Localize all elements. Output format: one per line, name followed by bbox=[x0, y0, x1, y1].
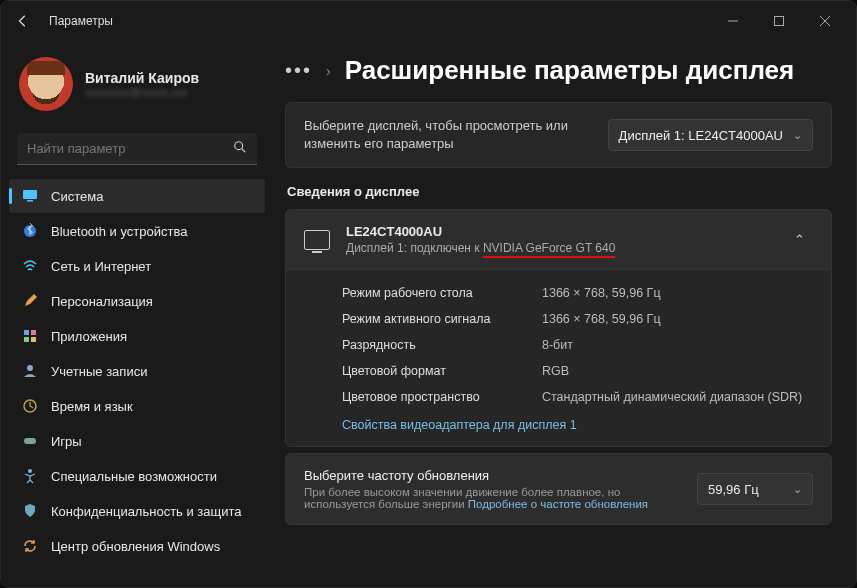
sidebar-item-accessibility[interactable]: Специальные возможности bbox=[9, 459, 265, 493]
monitor-icon bbox=[304, 230, 330, 250]
sidebar-item-gaming[interactable]: Игры bbox=[9, 424, 265, 458]
chevron-down-icon: ⌄ bbox=[793, 483, 802, 496]
sidebar-item-label: Специальные возможности bbox=[51, 469, 217, 484]
sidebar-item-accounts[interactable]: Учетные записи bbox=[9, 354, 265, 388]
display-name: LE24CT4000AU bbox=[346, 224, 770, 239]
page-title: Расширенные параметры дисплея bbox=[345, 55, 795, 86]
sidebar-item-label: Приложения bbox=[51, 329, 127, 344]
search-input[interactable] bbox=[27, 141, 233, 156]
svg-point-16 bbox=[28, 469, 32, 473]
search-box[interactable] bbox=[17, 133, 257, 165]
update-icon bbox=[21, 537, 39, 555]
refresh-rate-card: Выберите частоту обновления При более вы… bbox=[285, 453, 832, 525]
breadcrumb: ••• › Расширенные параметры дисплея bbox=[285, 55, 832, 86]
user-icon bbox=[21, 362, 39, 380]
sidebar-item-label: Персонализация bbox=[51, 294, 153, 309]
sidebar-item-privacy[interactable]: Конфиденциальность и защита bbox=[9, 494, 265, 528]
svg-rect-10 bbox=[31, 330, 36, 335]
chevron-down-icon: ⌄ bbox=[793, 129, 802, 142]
bluetooth-icon bbox=[21, 222, 39, 240]
svg-line-5 bbox=[242, 149, 246, 153]
clock-icon bbox=[21, 397, 39, 415]
svg-rect-1 bbox=[775, 17, 784, 26]
search-icon bbox=[233, 140, 247, 157]
minimize-button[interactable] bbox=[710, 6, 756, 36]
expander-body: Режим рабочего стола1366 × 768, 59,96 Гц… bbox=[286, 269, 831, 446]
refresh-rate-dropdown[interactable]: 59,96 Гц ⌄ bbox=[697, 473, 813, 505]
adapter-properties-link[interactable]: Свойства видеоадаптера для дисплея 1 bbox=[342, 418, 577, 432]
dropdown-value: 59,96 Гц bbox=[708, 482, 759, 497]
info-row: Цветовой форматRGB bbox=[342, 358, 811, 384]
profile-block[interactable]: Виталий Каиров xxxxxxxx@xxxxx.xxx bbox=[9, 49, 265, 125]
refresh-title: Выберите частоту обновления bbox=[304, 468, 681, 483]
svg-point-13 bbox=[27, 365, 33, 371]
svg-point-4 bbox=[235, 142, 243, 150]
sidebar-item-label: Игры bbox=[51, 434, 82, 449]
svg-rect-6 bbox=[23, 190, 37, 199]
display-select-dropdown[interactable]: Дисплей 1: LE24CT4000AU ⌄ bbox=[608, 119, 813, 151]
dropdown-value: Дисплей 1: LE24CT4000AU bbox=[619, 128, 783, 143]
sidebar-item-apps[interactable]: Приложения bbox=[9, 319, 265, 353]
apps-icon bbox=[21, 327, 39, 345]
sidebar-item-label: Время и язык bbox=[51, 399, 133, 414]
sidebar: Виталий Каиров xxxxxxxx@xxxxx.xxx Систем… bbox=[1, 41, 269, 587]
display-subtitle: Дисплей 1: подключен к NVIDIA GeForce GT… bbox=[346, 241, 770, 255]
wifi-icon bbox=[21, 257, 39, 275]
chevron-up-icon[interactable]: ⌃ bbox=[786, 228, 813, 251]
chevron-right-icon: › bbox=[326, 63, 331, 79]
accessibility-icon bbox=[21, 467, 39, 485]
svg-rect-7 bbox=[27, 200, 33, 202]
svg-rect-12 bbox=[31, 337, 36, 342]
sidebar-item-label: Система bbox=[51, 189, 103, 204]
avatar bbox=[19, 57, 73, 111]
sidebar-item-label: Конфиденциальность и защита bbox=[51, 504, 242, 519]
svg-rect-9 bbox=[24, 330, 29, 335]
breadcrumb-more[interactable]: ••• bbox=[285, 59, 312, 82]
shield-icon bbox=[21, 502, 39, 520]
content: ••• › Расширенные параметры дисплея Выбе… bbox=[269, 41, 856, 587]
display-select-card: Выберите дисплей, чтобы просмотреть или … bbox=[285, 102, 832, 168]
window-title: Параметры bbox=[49, 14, 113, 28]
refresh-sub: При более высоком значении движение боле… bbox=[304, 486, 681, 510]
sidebar-item-update[interactable]: Центр обновления Windows bbox=[9, 529, 265, 563]
sidebar-item-time-language[interactable]: Время и язык bbox=[9, 389, 265, 423]
profile-email: xxxxxxxx@xxxxx.xxx bbox=[85, 86, 199, 98]
desktop-icon bbox=[21, 187, 39, 205]
sidebar-item-system[interactable]: Система bbox=[9, 179, 265, 213]
svg-rect-11 bbox=[24, 337, 29, 342]
section-title: Сведения о дисплее bbox=[287, 184, 832, 199]
expander-header[interactable]: LE24CT4000AU Дисплей 1: подключен к NVID… bbox=[286, 210, 831, 269]
sidebar-item-network[interactable]: Сеть и Интернет bbox=[9, 249, 265, 283]
svg-rect-15 bbox=[24, 438, 36, 444]
info-row: Режим рабочего стола1366 × 768, 59,96 Гц bbox=[342, 280, 811, 306]
close-button[interactable] bbox=[802, 6, 848, 36]
sidebar-item-personalization[interactable]: Персонализация bbox=[9, 284, 265, 318]
refresh-more-link[interactable]: Подробнее о частоте обновления bbox=[468, 498, 648, 510]
gpu-name: NVIDIA GeForce GT 640 bbox=[483, 241, 616, 258]
titlebar: Параметры bbox=[1, 1, 856, 41]
gamepad-icon bbox=[21, 432, 39, 450]
sidebar-item-bluetooth[interactable]: Bluetooth и устройства bbox=[9, 214, 265, 248]
brush-icon bbox=[21, 292, 39, 310]
info-row: Цветовое пространствоСтандартный динамич… bbox=[342, 384, 811, 410]
sidebar-item-label: Учетные записи bbox=[51, 364, 147, 379]
maximize-button[interactable] bbox=[756, 6, 802, 36]
back-button[interactable] bbox=[9, 7, 37, 35]
display-info-expander: LE24CT4000AU Дисплей 1: подключен к NVID… bbox=[285, 209, 832, 447]
sidebar-item-label: Bluetooth и устройства bbox=[51, 224, 187, 239]
info-row: Режим активного сигнала1366 × 768, 59,96… bbox=[342, 306, 811, 332]
info-row: Разрядность8-бит bbox=[342, 332, 811, 358]
display-select-help: Выберите дисплей, чтобы просмотреть или … bbox=[304, 117, 594, 153]
profile-name: Виталий Каиров bbox=[85, 70, 199, 86]
sidebar-item-label: Сеть и Интернет bbox=[51, 259, 151, 274]
sidebar-item-label: Центр обновления Windows bbox=[51, 539, 220, 554]
